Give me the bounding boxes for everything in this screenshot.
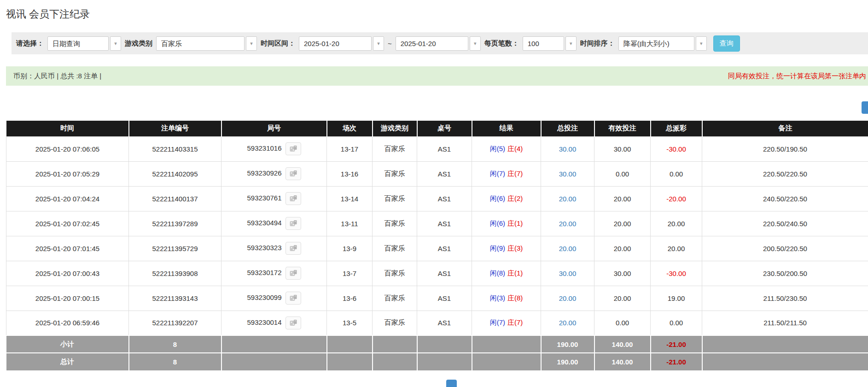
round-cell: 593230761 bbox=[221, 186, 327, 211]
view-round-button[interactable] bbox=[285, 317, 301, 329]
table-row: 2025-01-20 07:02:45522211397289593230494… bbox=[6, 211, 868, 236]
column-header: 备注 bbox=[702, 121, 868, 136]
total-bet-link[interactable]: 20.00 bbox=[559, 195, 577, 203]
game-type-cell: 百家乐 bbox=[373, 236, 417, 261]
view-round-button[interactable] bbox=[285, 217, 301, 230]
date-to-value[interactable]: 2025-01-20 bbox=[396, 36, 468, 51]
round-id: 593230926 bbox=[247, 169, 281, 177]
view-round-button[interactable] bbox=[285, 142, 301, 155]
game-type-select[interactable]: 百家乐 ▾ bbox=[156, 36, 257, 51]
bet-id-cell: 522211400137 bbox=[129, 186, 221, 211]
column-header: 桌号 bbox=[417, 121, 472, 136]
page-size-select[interactable]: 100 ▾ bbox=[523, 36, 577, 51]
banker-result: 庄(1) bbox=[507, 219, 523, 227]
query-type-select[interactable]: 日期查询 ▾ bbox=[47, 36, 121, 51]
summary-info: 币别：人民币 | 总共 :8 注单 | bbox=[13, 72, 101, 81]
game-type-value[interactable]: 百家乐 bbox=[156, 36, 245, 51]
table-row: 2025-01-20 07:01:45522211395729593230323… bbox=[6, 236, 868, 261]
player-result: 闲(7) bbox=[490, 170, 505, 177]
game-record-icon bbox=[289, 170, 297, 177]
session-cell: 13-9 bbox=[327, 236, 373, 261]
payout-cell: -30.00 bbox=[651, 261, 702, 286]
summary-payout-cell: -21.00 bbox=[651, 335, 702, 353]
date-to-picker[interactable]: 2025-01-20 ▾ bbox=[396, 36, 481, 51]
round-id: 593230014 bbox=[247, 318, 281, 326]
summary-empty-cell bbox=[221, 353, 327, 370]
total-bet-cell: 20.00 bbox=[541, 286, 594, 311]
summary-payout-cell: -21.00 bbox=[651, 353, 702, 370]
total-bet-link[interactable]: 20.00 bbox=[559, 319, 577, 327]
chevron-down-icon[interactable]: ▾ bbox=[110, 36, 121, 51]
summary-empty-cell bbox=[373, 335, 417, 353]
round-cell: 593230099 bbox=[221, 286, 327, 311]
total-bet-link[interactable]: 20.00 bbox=[559, 245, 577, 252]
total-bet-cell: 20.00 bbox=[541, 186, 594, 211]
chevron-down-icon[interactable]: ▾ bbox=[565, 36, 577, 51]
summary-empty-cell bbox=[221, 335, 327, 353]
result-cell: 闲(8)庄(1) bbox=[472, 261, 541, 286]
game-record-icon bbox=[289, 220, 297, 227]
round-id: 593230323 bbox=[247, 244, 281, 252]
session-cell: 13-7 bbox=[327, 261, 373, 286]
summary-empty-cell bbox=[472, 353, 541, 370]
bet-id-cell: 522211392207 bbox=[129, 311, 221, 335]
table-no-cell: AS1 bbox=[417, 186, 472, 211]
banker-result: 庄(8) bbox=[507, 294, 523, 302]
chevron-down-icon[interactable]: ▾ bbox=[373, 36, 384, 51]
search-button[interactable]: 查询 bbox=[713, 35, 740, 52]
view-round-button[interactable] bbox=[285, 267, 301, 280]
chevron-down-icon[interactable]: ▾ bbox=[246, 36, 257, 51]
query-type-value[interactable]: 日期查询 bbox=[47, 36, 109, 51]
round-cell: 593230926 bbox=[221, 161, 327, 186]
player-result: 闲(6) bbox=[490, 194, 505, 202]
game-record-icon bbox=[289, 270, 297, 277]
bet-id-cell: 522211393908 bbox=[129, 261, 221, 286]
total-bet-link[interactable]: 30.00 bbox=[559, 270, 577, 277]
result-cell: 闲(5)庄(4) bbox=[472, 136, 541, 161]
total-bet-cell: 30.00 bbox=[541, 261, 594, 286]
sort-value[interactable]: 降幂(由大到小) bbox=[618, 36, 694, 51]
summary-row: 小计8190.00140.00-21.00 bbox=[6, 335, 868, 353]
date-from-picker[interactable]: 2025-01-20 ▾ bbox=[299, 36, 384, 51]
sort-label: 时间排序： bbox=[580, 39, 615, 48]
result-cell: 闲(6)庄(2) bbox=[472, 186, 541, 211]
chevron-down-icon[interactable]: ▾ bbox=[470, 36, 481, 51]
total-bet-link[interactable]: 20.00 bbox=[559, 294, 577, 302]
total-bet-link[interactable]: 30.00 bbox=[559, 170, 577, 178]
view-round-button[interactable] bbox=[285, 192, 301, 205]
date-range-label: 时间区间： bbox=[261, 39, 295, 48]
game-type-cell: 百家乐 bbox=[373, 136, 417, 161]
game-record-icon bbox=[289, 319, 297, 327]
pagination-button-partial[interactable] bbox=[446, 380, 457, 387]
payout-cell: 20.00 bbox=[651, 236, 702, 261]
range-separator: ~ bbox=[388, 40, 392, 47]
valid-bet-cell: 0.00 bbox=[594, 311, 651, 335]
valid-bet-cell: 20.00 bbox=[594, 186, 651, 211]
summary-empty-cell bbox=[472, 335, 541, 353]
page-size-value[interactable]: 100 bbox=[523, 36, 564, 51]
time-cell: 2025-01-20 07:05:29 bbox=[6, 161, 129, 186]
summary-row: 总计8190.00140.00-21.00 bbox=[6, 353, 868, 370]
column-header: 游戏类别 bbox=[373, 121, 417, 136]
side-panel-button-partial[interactable] bbox=[862, 101, 868, 114]
summary-total-bet-cell: 190.00 bbox=[541, 335, 594, 353]
column-header: 总派彩 bbox=[651, 121, 702, 136]
game-type-cell: 百家乐 bbox=[373, 186, 417, 211]
column-header: 结果 bbox=[472, 121, 541, 136]
view-round-button[interactable] bbox=[285, 167, 301, 180]
sort-select[interactable]: 降幂(由大到小) ▾ bbox=[618, 36, 707, 51]
bet-id-cell: 522211395729 bbox=[129, 236, 221, 261]
total-bet-link[interactable]: 30.00 bbox=[559, 145, 577, 153]
valid-bet-cell: 30.00 bbox=[594, 136, 651, 161]
total-bet-link[interactable]: 20.00 bbox=[559, 220, 577, 228]
result-cell: 闲(3)庄(8) bbox=[472, 286, 541, 311]
remark-cell: 211.50/211.50 bbox=[702, 311, 868, 335]
date-from-value[interactable]: 2025-01-20 bbox=[299, 36, 372, 51]
chevron-down-icon[interactable]: ▾ bbox=[696, 36, 707, 51]
summary-label-cell: 小计 bbox=[6, 335, 129, 353]
view-round-button[interactable] bbox=[285, 242, 301, 255]
remark-cell: 220.50/220.50 bbox=[702, 161, 868, 186]
view-round-button[interactable] bbox=[285, 292, 301, 305]
bet-id-cell: 522211393143 bbox=[129, 286, 221, 311]
round-id: 593230494 bbox=[247, 219, 281, 227]
